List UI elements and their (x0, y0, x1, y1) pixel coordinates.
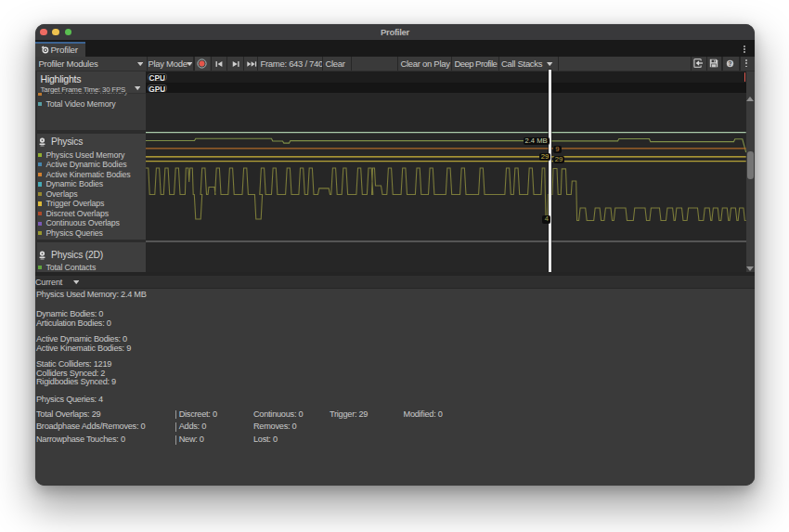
svg-text:?: ? (729, 60, 732, 67)
